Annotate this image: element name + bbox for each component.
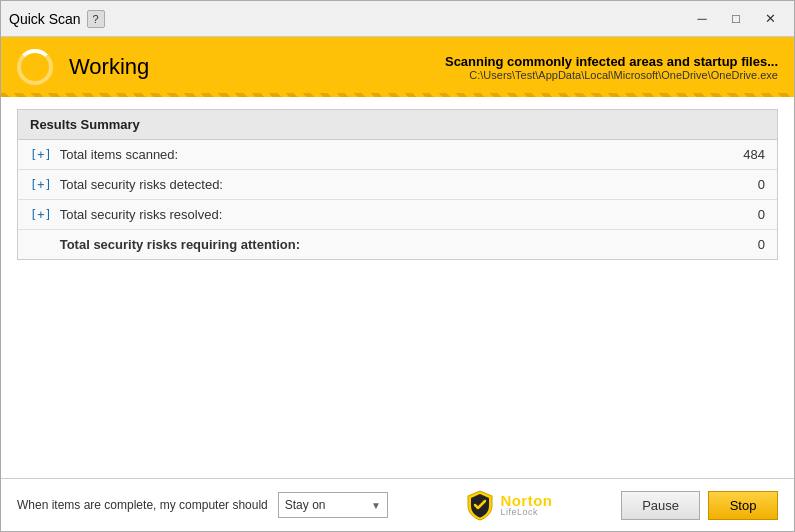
norton-subtext: LifeLock <box>500 508 552 517</box>
row-label-1: Total items scanned: <box>60 147 725 162</box>
results-header: Results Summary <box>18 110 777 140</box>
norton-logo: Norton LifeLock <box>464 489 552 521</box>
results-summary: Results Summary [+] Total items scanned:… <box>17 109 778 260</box>
stop-button[interactable]: Stop <box>708 491 778 520</box>
expand-button-2[interactable]: [+] <box>30 178 52 192</box>
spinner-icon <box>17 49 53 85</box>
row-value-1: 484 <box>725 147 765 162</box>
empty-space <box>17 260 778 466</box>
title-bar: Quick Scan ? ─ □ ✕ <box>1 1 794 37</box>
minimize-button[interactable]: ─ <box>686 6 718 32</box>
table-row: [+] Total items scanned: 484 <box>18 140 777 170</box>
dropdown-value: Stay on <box>285 498 365 512</box>
help-button[interactable]: ? <box>87 10 105 28</box>
expand-button-3[interactable]: [+] <box>30 208 52 222</box>
row-label-3: Total security risks resolved: <box>60 207 725 222</box>
status-bar: Working Scanning commonly infected areas… <box>1 37 794 97</box>
maximize-button[interactable]: □ <box>720 6 752 32</box>
main-content: Results Summary [+] Total items scanned:… <box>1 97 794 478</box>
norton-shield-icon <box>464 489 496 521</box>
table-row: [+] Total security risks resolved: 0 <box>18 200 777 230</box>
status-details: Scanning commonly infected areas and sta… <box>445 54 778 81</box>
title-bar-title: Quick Scan ? <box>9 10 686 28</box>
row-label-4: Total security risks requiring attention… <box>60 237 725 252</box>
close-button[interactable]: ✕ <box>754 6 786 32</box>
row-value-4: 0 <box>725 237 765 252</box>
row-value-2: 0 <box>725 177 765 192</box>
table-row: [+] Total security risks requiring atten… <box>18 230 777 259</box>
norton-text: Norton LifeLock <box>500 493 552 517</box>
action-buttons: Pause Stop <box>621 491 778 520</box>
window-title: Quick Scan <box>9 11 81 27</box>
main-window: Quick Scan ? ─ □ ✕ Working Scanning comm… <box>0 0 795 532</box>
table-row: [+] Total security risks detected: 0 <box>18 170 777 200</box>
norton-brand: Norton <box>500 493 552 508</box>
chevron-down-icon: ▼ <box>371 500 381 511</box>
scanning-path: C:\Users\Test\AppData\Local\Microsoft\On… <box>445 69 778 81</box>
bottom-bar: When items are complete, my computer sho… <box>1 478 794 531</box>
scanning-label: Scanning commonly infected areas and sta… <box>445 54 778 69</box>
row-value-3: 0 <box>725 207 765 222</box>
expand-button-1[interactable]: [+] <box>30 148 52 162</box>
complete-label: When items are complete, my computer sho… <box>17 498 268 512</box>
row-label-2: Total security risks detected: <box>60 177 725 192</box>
status-text: Working <box>69 54 149 80</box>
computer-action-dropdown[interactable]: Stay on ▼ <box>278 492 388 518</box>
title-controls: ─ □ ✕ <box>686 6 786 32</box>
pause-button[interactable]: Pause <box>621 491 700 520</box>
